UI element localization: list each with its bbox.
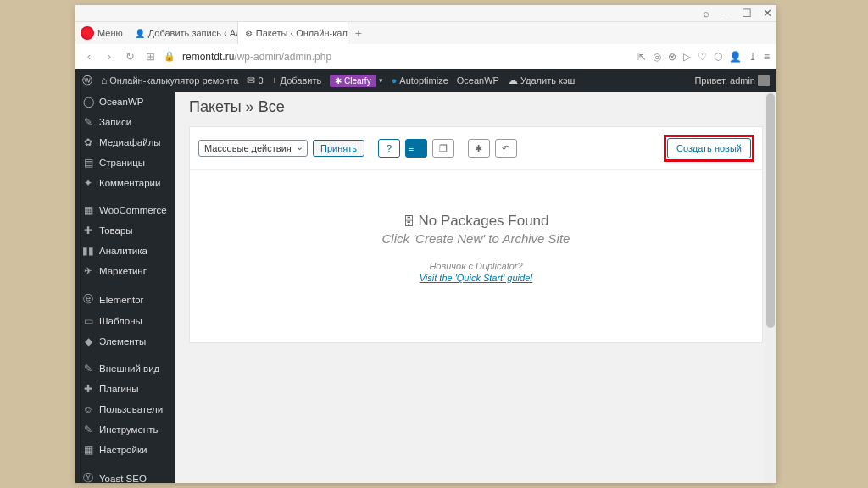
chart-icon: ▮▮ (82, 245, 94, 257)
sidebar-item-products[interactable]: ✚Товары (75, 220, 175, 241)
close-icon[interactable]: ✕ (761, 8, 773, 19)
wp-admin-bar: ⓦ ⌂Онлайн-калькулятор ремонта ✉0 +Добави… (75, 69, 776, 92)
nav-back-icon[interactable]: ‹ (82, 50, 96, 63)
brush-icon: ✎ (82, 363, 94, 374)
opera-menu[interactable]: Меню (97, 28, 123, 38)
autoptimize-link[interactable]: ●Autoptimize (392, 75, 448, 86)
add-new-link[interactable]: +Добавить (272, 75, 322, 86)
apply-button[interactable]: Принять (313, 140, 364, 157)
apps-icon[interactable]: ⊞ (143, 50, 157, 63)
empty-state: 🗄No Packages Found Click 'Create New' to… (190, 170, 762, 342)
tab-strip: Меню 👤 Добавить запись ‹ Адми… ✕ ⚙ Пакет… (75, 22, 776, 44)
settings-button[interactable]: ✱ (468, 139, 490, 158)
bulk-actions-select[interactable]: Массовые действия (198, 140, 308, 157)
sidebar-item-appearance[interactable]: ✎Внешний вид (75, 358, 175, 379)
sidebar-item-pages[interactable]: ▤Страницы (75, 152, 175, 173)
admin-sidebar: ◯OceanWP ✎Записи ✿Медиафайлы ▤Страницы ✦… (75, 92, 175, 483)
ext-icon[interactable]: ⇱ (637, 51, 646, 63)
browser-tab[interactable]: 👤 Добавить запись ‹ Адми… ✕ (128, 22, 238, 44)
ocean-icon: ◯ (82, 96, 94, 108)
packages-panel: Массовые действия Принять ? ≡ ❐ ✱ ↶ Созд… (189, 126, 763, 343)
browser-tab[interactable]: ⚙ Пакеты ‹ Онлайн-калькул… ✕ (238, 22, 348, 44)
scrollbar[interactable] (765, 92, 776, 483)
comments-link[interactable]: ✉0 (247, 75, 263, 86)
sidebar-item-settings[interactable]: ▦Настройки (75, 440, 175, 460)
page-icon: ▤ (82, 157, 94, 169)
lock-icon[interactable]: 🔒 (164, 51, 175, 62)
plugin-icon: ✚ (82, 383, 94, 395)
create-highlight: Создать новый (665, 136, 754, 161)
sidebar-item-templates[interactable]: ▭Шаблоны (75, 311, 175, 331)
maximize-icon[interactable]: ☐ (741, 8, 753, 19)
download-icon[interactable]: ⤓ (748, 51, 757, 63)
create-new-button[interactable]: Создать новый (667, 138, 751, 158)
template-icon: ▭ (82, 315, 94, 327)
woo-icon: ▦ (82, 204, 94, 216)
ext-icon[interactable]: ⊗ (668, 51, 676, 63)
wp-body: ◯OceanWP ✎Записи ✿Медиафайлы ▤Страницы ✦… (75, 92, 776, 483)
list-view-button[interactable]: ≡ (405, 139, 427, 158)
sidebar-item-analytics[interactable]: ▮▮Аналитика (75, 241, 175, 261)
tab-label: Пакеты ‹ Онлайн-калькул… (256, 28, 348, 38)
site-link[interactable]: ⌂Онлайн-калькулятор ремонта (101, 75, 238, 86)
sidebar-item-posts[interactable]: ✎Записи (75, 112, 175, 132)
gear-icon: ▦ (82, 444, 94, 456)
user-icon: ☺ (82, 403, 94, 415)
yoast-icon: Ⓨ (82, 471, 94, 483)
clear-cache-link[interactable]: ☁Удалить кэш (508, 75, 575, 86)
pin-icon: ✎ (82, 116, 94, 128)
user-greeting[interactable]: Привет, admin (694, 75, 770, 86)
avatar-icon (758, 75, 770, 86)
sidebar-item-yoast[interactable]: ⓎYoast SEO (75, 467, 175, 483)
sidebar-item-oceanwp[interactable]: ◯OceanWP (75, 92, 175, 112)
oceanwp-link[interactable]: OceanWP (457, 75, 499, 86)
tab-label: Добавить запись ‹ Адми… (148, 28, 238, 38)
search-icon[interactable]: ⌕ (700, 8, 712, 19)
toolbar: Массовые действия Принять ? ≡ ❐ ✱ ↶ Созд… (190, 127, 762, 170)
new-tab-button[interactable]: + (348, 26, 369, 40)
title-bar: ⌕ — ☐ ✕ (75, 5, 776, 22)
clearfy-link[interactable]: ✱ Clearfy▾ (330, 75, 382, 87)
empty-question: Новичок с Duplicator? (207, 261, 745, 271)
ext-icon[interactable]: ◎ (653, 51, 661, 63)
marketing-icon: ✈ (82, 265, 94, 277)
address-bar: ‹ › ↻ ⊞ 🔒 remontdt.ru/wp-admin/admin.php… (75, 44, 776, 69)
wrench-icon: ✎ (82, 424, 94, 435)
sidebar-item-elementor[interactable]: ⓔElementor (75, 288, 175, 311)
menu-icon[interactable]: ≡ (764, 51, 770, 63)
empty-heading: 🗄No Packages Found (207, 213, 745, 230)
sidebar-item-elements[interactable]: ◆Элементы (75, 331, 175, 352)
page-header: Пакеты » Все (189, 92, 763, 126)
ext-icon[interactable]: ▷ (683, 51, 691, 63)
addr-right-icons: ⇱ ◎ ⊗ ▷ ♡ ⬡ 👤 ⤓ ≡ (637, 51, 770, 63)
sidebar-item-plugins[interactable]: ✚Плагины (75, 379, 175, 399)
browser-window: ⌕ — ☐ ✕ Меню 👤 Добавить запись ‹ Адми… ✕… (75, 5, 776, 483)
nav-forward-icon[interactable]: › (103, 50, 116, 63)
sidebar-item-comments[interactable]: ✦Комментарии (75, 173, 175, 193)
element-icon: ◆ (82, 336, 94, 347)
minimize-icon[interactable]: — (721, 8, 732, 19)
page-title: Пакеты » Все (189, 98, 763, 116)
wp-logo-icon[interactable]: ⓦ (82, 74, 92, 88)
sidebar-item-media[interactable]: ✿Медиафайлы (75, 132, 175, 152)
help-button[interactable]: ? (378, 139, 400, 158)
product-icon: ✚ (82, 225, 94, 236)
ext-icon[interactable]: ⬡ (714, 51, 722, 63)
sidebar-item-tools[interactable]: ✎Инструменты (75, 419, 175, 440)
elementor-icon: ⓔ (82, 292, 94, 307)
sidebar-item-woocommerce[interactable]: ▦WooCommerce (75, 200, 175, 220)
opera-logo-icon[interactable] (81, 26, 94, 40)
sidebar-item-users[interactable]: ☺Пользователи (75, 399, 175, 419)
sidebar-item-marketing[interactable]: ✈Маркетинг (75, 261, 175, 281)
archive-icon: 🗄 (403, 214, 415, 228)
reload-icon[interactable]: ↻ (123, 50, 136, 63)
content-area: Пакеты » Все Массовые действия Принять ?… (175, 92, 776, 483)
profile-icon[interactable]: 👤 (729, 51, 742, 63)
ext-icon[interactable]: ♡ (698, 51, 707, 63)
undo-button[interactable]: ↶ (495, 139, 517, 158)
quickstart-link[interactable]: Visit the 'Quick Start' guide! (420, 273, 533, 283)
media-icon: ✿ (82, 136, 94, 148)
copy-button[interactable]: ❐ (432, 139, 454, 158)
comment-icon: ✦ (82, 177, 94, 189)
url-field[interactable]: remontdt.ru/wp-admin/admin.php (182, 51, 631, 63)
